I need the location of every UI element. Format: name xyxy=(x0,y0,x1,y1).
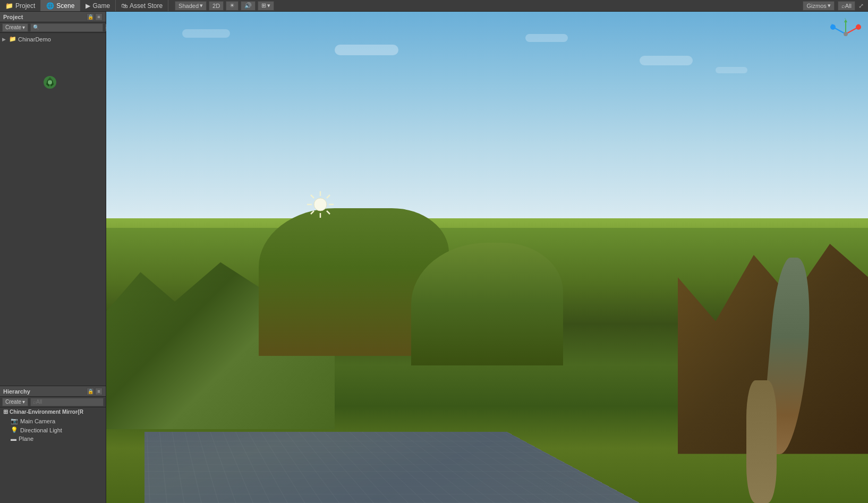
hierarchy-scene-name: Chinar-Environment Mirror{R xyxy=(10,409,83,415)
audio-button[interactable]: 🔊 xyxy=(241,1,256,11)
hierarchy-scene-root[interactable]: ⊞ Chinar-Environment Mirror{R xyxy=(0,407,106,416)
chevron-gizmos-icon: ▾ xyxy=(828,2,831,9)
cloud-4 xyxy=(182,29,230,38)
camera-icon: 📷 xyxy=(11,417,18,424)
hierarchy-toolbar: Create ▾ xyxy=(0,397,106,407)
project-toolbar: Create ▾ ◀ ▶ xyxy=(0,22,106,33)
project-panel-header: Project 🔒 ≡ xyxy=(0,12,106,22)
light-icon: 💡 xyxy=(11,427,18,433)
lighting-button[interactable]: ☀ xyxy=(226,1,239,11)
scene-content: Y X Z xyxy=(106,12,868,503)
hierarchy-lock-button[interactable]: 🔒 xyxy=(87,388,94,395)
all-filter-label: ⌕All xyxy=(841,3,852,9)
sun-small-icon: ☀ xyxy=(229,2,235,9)
project-empty-area xyxy=(2,43,104,149)
project-search-input[interactable] xyxy=(30,23,103,32)
scene-view[interactable]: Y X Z xyxy=(106,12,868,503)
sun-svg xyxy=(304,189,336,220)
left-panel: Project 🔒 ≡ Create ▾ ◀ ▶ ▶ 📁 C xyxy=(0,12,106,503)
cloud-2 xyxy=(525,34,568,42)
project-content: ▶ 📁 ChinarDemo xyxy=(0,33,106,386)
plane-icon: ▬ xyxy=(11,436,16,442)
top-tab-bar: 📁 Project 🌐 Scene ▶ Game 🛍 Asset Store S… xyxy=(0,0,868,12)
main-layout: Project 🔒 ≡ Create ▾ ◀ ▶ ▶ 📁 C xyxy=(0,12,868,503)
svg-point-20 xyxy=(844,32,848,36)
hierarchy-main-camera-label: Main Camera xyxy=(20,418,55,424)
tab-asset-store[interactable]: 🛍 Asset Store xyxy=(116,0,168,11)
svg-line-9 xyxy=(311,211,314,214)
gizmos-button[interactable]: Gizmos ▾ xyxy=(803,1,834,11)
reflective-plane xyxy=(144,432,695,503)
gizmos-label: Gizmos xyxy=(806,3,826,9)
cloud-5 xyxy=(716,67,747,73)
create-chevron-icon: ▾ xyxy=(22,24,25,30)
hierarchy-item-plane[interactable]: ▬ Plane xyxy=(0,434,106,443)
hierarchy-panel-header: Hierarchy 🔒 ≡ xyxy=(0,386,106,397)
svg-line-7 xyxy=(327,211,330,214)
sun-gizmo xyxy=(304,189,336,220)
project-item-label: ChinarDemo xyxy=(18,36,51,42)
tab-scene-label: Scene xyxy=(56,2,74,10)
shading-mode-label: Shaded xyxy=(178,3,199,9)
hierarchy-content: ⊞ Chinar-Environment Mirror{R 📷 Main Cam… xyxy=(0,407,106,503)
tab-game[interactable]: ▶ Game xyxy=(80,0,116,11)
gizmo-svg: Y X Z xyxy=(830,18,862,50)
fx-button[interactable]: ⊞ ▾ xyxy=(258,1,274,11)
project-create-label: Create xyxy=(5,24,21,30)
fx-icon: ⊞ xyxy=(261,2,266,9)
svg-point-1 xyxy=(48,80,52,84)
svg-line-8 xyxy=(327,195,330,198)
project-panel-controls: 🔒 ≡ xyxy=(87,13,103,21)
hierarchy-item-main-camera[interactable]: 📷 Main Camera xyxy=(0,416,106,425)
hierarchy-create-button[interactable]: Create ▾ xyxy=(2,398,28,406)
cloud-1 xyxy=(335,45,398,55)
cloud-3 xyxy=(640,56,693,65)
tab-asset-store-label: Asset Store xyxy=(130,2,163,10)
hierarchy-item-directional-light[interactable]: 💡 Directional Light xyxy=(0,425,106,434)
reflective-plane-container xyxy=(144,208,792,503)
2d-label: 2D xyxy=(212,3,220,9)
tab-scene[interactable]: 🌐 Scene xyxy=(41,0,80,11)
panel-menu-button[interactable]: ≡ xyxy=(95,13,103,21)
svg-point-10 xyxy=(314,198,327,211)
2d-mode-button[interactable]: 2D xyxy=(209,1,224,11)
scene-gizmo-navigator[interactable]: Y X Z xyxy=(830,18,862,50)
tree-arrow-icon: ▶ xyxy=(2,37,7,42)
tab-project-label: Project xyxy=(15,2,35,10)
scene-icon: 🌐 xyxy=(46,2,54,10)
project-tree-item-chinar[interactable]: ▶ 📁 ChinarDemo xyxy=(2,35,104,43)
tab-game-label: Game xyxy=(92,2,110,10)
svg-text:Y: Y xyxy=(844,18,846,20)
hierarchy-directional-light-label: Directional Light xyxy=(20,427,62,433)
svg-text:X: X xyxy=(857,23,860,27)
chevron-fx-icon: ▾ xyxy=(267,2,270,9)
hierarchy-search-input[interactable] xyxy=(30,398,104,406)
hierarchy-plane-label: Plane xyxy=(19,436,33,442)
project-panel-title: Project xyxy=(3,14,23,20)
maximize-icon: ⤢ xyxy=(858,2,864,10)
hierarchy-create-chevron-icon: ▾ xyxy=(22,399,25,405)
project-create-button[interactable]: Create ▾ xyxy=(2,23,28,32)
asset-store-icon: 🛍 xyxy=(121,2,127,10)
folder-icon: 📁 xyxy=(9,36,16,42)
project-icon: 📁 xyxy=(5,2,13,10)
unity-logo xyxy=(39,75,61,96)
shading-mode-button[interactable]: Shaded ▾ xyxy=(175,1,207,11)
svg-line-6 xyxy=(311,195,314,198)
hierarchy-panel-title: Hierarchy xyxy=(3,388,30,395)
plane-grid xyxy=(144,432,694,503)
sky-layer xyxy=(106,12,868,233)
chevron-down-icon: ▾ xyxy=(200,2,203,9)
hierarchy-create-label: Create xyxy=(5,399,21,405)
panel-lock-button[interactable]: 🔒 xyxy=(87,13,94,21)
hierarchy-menu-button[interactable]: ≡ xyxy=(95,388,103,395)
audio-icon: 🔊 xyxy=(244,2,252,9)
scene-root-icon: ⊞ xyxy=(3,408,8,415)
tab-project[interactable]: 📁 Project xyxy=(0,0,41,11)
game-icon: ▶ xyxy=(86,2,90,10)
all-filter-button[interactable]: ⌕All xyxy=(838,1,855,11)
hierarchy-panel: Hierarchy 🔒 ≡ Create ▾ ⊞ Chinar-Environm… xyxy=(0,386,106,503)
hierarchy-panel-controls: 🔒 ≡ xyxy=(87,388,103,395)
svg-text:Z: Z xyxy=(831,23,833,27)
project-panel: Project 🔒 ≡ Create ▾ ◀ ▶ ▶ 📁 C xyxy=(0,12,106,386)
